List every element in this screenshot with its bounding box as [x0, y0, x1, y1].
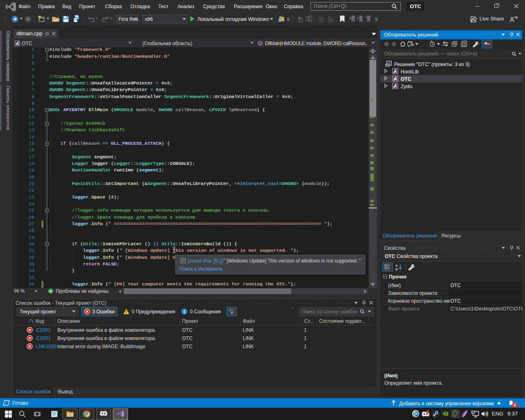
svg-text:Я: Я [395, 267, 398, 271]
svg-text:2: 2 [330, 16, 331, 19]
